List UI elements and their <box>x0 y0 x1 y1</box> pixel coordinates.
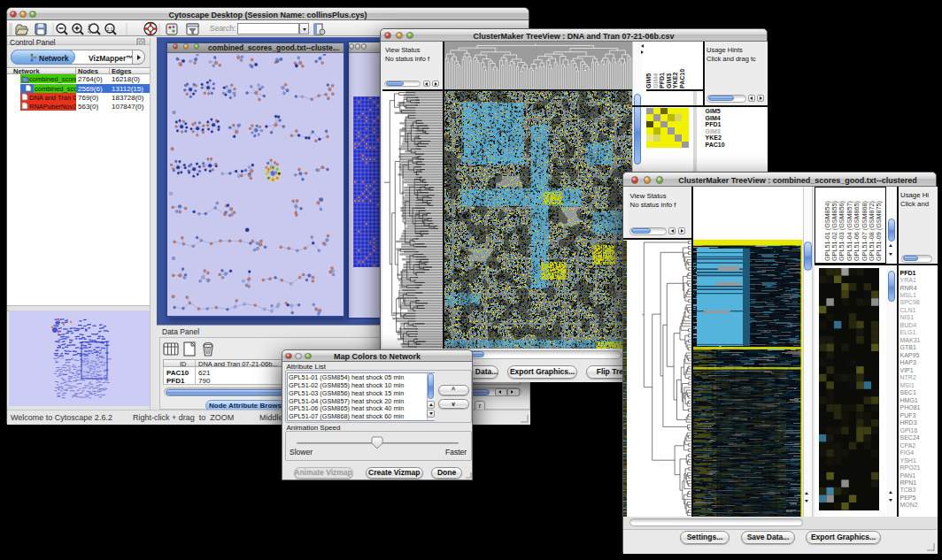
svg-text:1:1: 1:1 <box>107 27 113 32</box>
